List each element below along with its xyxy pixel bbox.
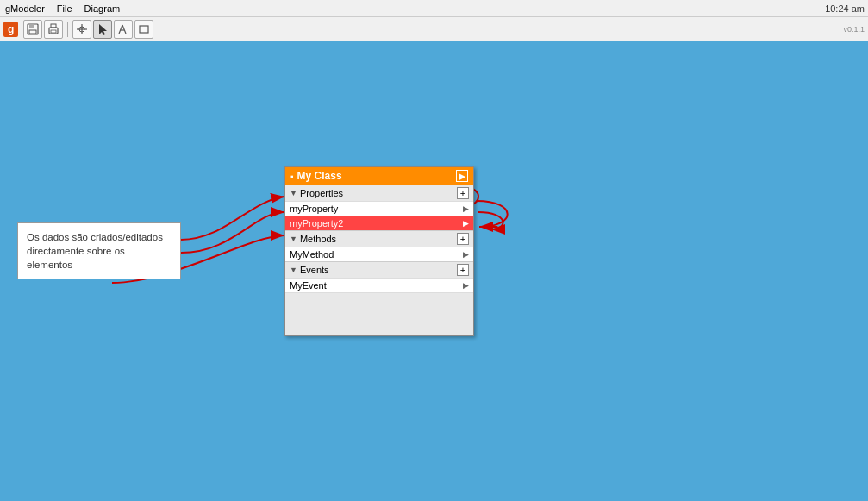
menu-diagram[interactable]: Diagram: [83, 3, 122, 14]
event-arrow-1: ▶: [463, 281, 469, 290]
class-title-icon-left: ▪: [290, 172, 294, 181]
add-method-button[interactable]: +: [457, 233, 469, 245]
select-button[interactable]: [93, 20, 112, 39]
class-empty-area: [285, 292, 473, 335]
svg-rect-5: [51, 30, 56, 33]
toolbar-sep1: [67, 22, 68, 37]
add-event-button[interactable]: +: [457, 264, 469, 276]
print-button[interactable]: [44, 20, 63, 39]
section-header-properties: ▼ Properties +: [285, 185, 473, 201]
class-title: ▪ My Class ▶: [285, 167, 473, 185]
add-property-button[interactable]: +: [457, 187, 469, 199]
section-header-methods: ▼ Methods +: [285, 230, 473, 247]
svg-line-10: [119, 25, 122, 34]
property-row-2[interactable]: myProperty2 ▶: [285, 216, 473, 230]
tooltip-text: Os dados são criados/editados directamen…: [27, 232, 163, 270]
svg-rect-4: [51, 24, 56, 28]
class-expand-icon[interactable]: ▶: [456, 170, 468, 182]
section-label-methods: Methods: [300, 234, 457, 244]
event-row-1[interactable]: MyEvent ▶: [285, 278, 473, 292]
menubar-clock: 10:24 am: [825, 3, 865, 14]
section-label-events: Events: [300, 265, 457, 275]
save-button[interactable]: [23, 20, 42, 39]
svg-rect-13: [140, 26, 148, 33]
property-arrow-2: ▶: [463, 219, 469, 228]
svg-marker-9: [99, 24, 107, 35]
tooltip-box: Os dados são criados/editados directamen…: [17, 222, 181, 279]
property-name-1: myProperty: [290, 204, 338, 214]
app-brand: g: [3, 22, 18, 37]
menu-file[interactable]: File: [55, 3, 74, 14]
section-arrow-events: ▼: [290, 266, 297, 274]
section-label-properties: Properties: [300, 188, 457, 198]
svg-rect-1: [29, 24, 34, 28]
method-row-1[interactable]: MyMethod ▶: [285, 247, 473, 261]
method-name-1: MyMethod: [290, 249, 334, 260]
rect-button[interactable]: [134, 20, 153, 39]
property-row-1[interactable]: myProperty ▶: [285, 201, 473, 216]
svg-line-11: [122, 25, 126, 34]
class-node[interactable]: ▪ My Class ▶ ▼ Properties + myProperty ▶…: [284, 166, 474, 336]
section-header-events: ▼ Events +: [285, 261, 473, 278]
class-name[interactable]: My Class: [297, 170, 456, 182]
section-arrow-methods: ▼: [290, 235, 297, 243]
menu-gmodeler[interactable]: gModeler: [3, 3, 47, 14]
event-name-1: MyEvent: [290, 280, 327, 291]
section-arrow-properties: ▼: [290, 189, 297, 197]
toolbar: g v0.1.1: [0, 17, 868, 41]
brand-icon: g: [8, 23, 14, 35]
property-name-2: myProperty2: [290, 218, 343, 229]
edit-button[interactable]: [114, 20, 133, 39]
crosshair-button[interactable]: [72, 20, 91, 39]
svg-rect-2: [29, 30, 36, 34]
app-version: v0.1.1: [843, 25, 865, 34]
menubar-left: gModeler File Diagram: [3, 3, 122, 14]
menubar: gModeler File Diagram 10:24 am: [0, 0, 868, 17]
canvas: Os dados são criados/editados directamen…: [0, 41, 868, 501]
property-arrow-1: ▶: [463, 204, 469, 213]
method-arrow-1: ▶: [463, 250, 469, 259]
